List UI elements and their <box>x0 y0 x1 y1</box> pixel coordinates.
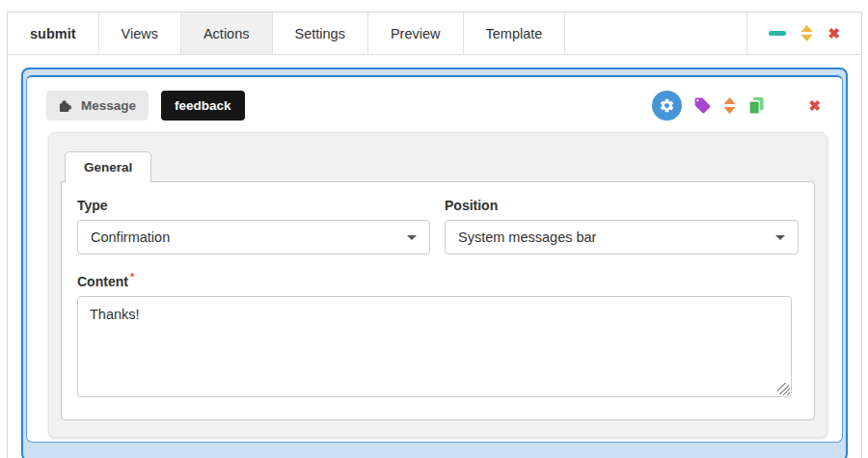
type-select[interactable]: Confirmation <box>77 220 430 255</box>
position-label: Position <box>445 198 799 213</box>
type-field: Type Confirmation <box>77 198 430 255</box>
required-asterisk: * <box>130 271 134 283</box>
reorder-up-down-icon[interactable] <box>800 25 813 41</box>
main-tabbar: submit Views Actions Settings Preview Te… <box>8 13 861 55</box>
content-label: Content* <box>77 271 799 289</box>
gear-icon <box>659 97 675 114</box>
chevron-down-icon <box>407 235 417 240</box>
position-field: Position System messages bar <box>445 198 799 255</box>
type-label: Type <box>77 198 430 213</box>
copy-icon <box>747 96 766 115</box>
form-builder-window: submit Views Actions Settings Preview Te… <box>7 12 862 458</box>
action-panel-header: Message feedback <box>27 77 842 121</box>
type-select-value: Confirmation <box>91 229 170 245</box>
action-toolbar <box>652 91 821 121</box>
duplicate-button[interactable] <box>747 96 766 115</box>
move-button[interactable] <box>723 97 736 114</box>
close-icon[interactable] <box>827 26 840 40</box>
actions-content-area: Message feedback <box>8 55 861 458</box>
content-textarea[interactable]: Thanks! <box>77 296 792 397</box>
settings-gear-button[interactable] <box>652 91 682 121</box>
general-tab-pane: Type Confirmation Position System messag… <box>61 181 815 420</box>
minimize-icon[interactable] <box>769 31 786 36</box>
position-select[interactable]: System messages bar <box>445 220 799 255</box>
selected-element-outline: Message feedback <box>21 67 848 458</box>
content-label-text: Content <box>77 274 128 289</box>
message-action-panel: Message feedback <box>26 75 843 443</box>
up-down-arrows-icon <box>723 97 736 114</box>
type-position-row: Type Confirmation Position System messag… <box>77 198 799 255</box>
tab-general[interactable]: General <box>65 151 151 182</box>
delete-action-icon[interactable] <box>808 98 821 113</box>
tab-preview[interactable]: Preview <box>368 13 464 54</box>
action-name-badge: feedback <box>161 91 245 121</box>
action-type-badge: Message <box>46 91 149 121</box>
content-field: Content* Thanks! <box>77 271 799 397</box>
tab-settings[interactable]: Settings <box>273 13 368 54</box>
tag-button[interactable] <box>693 96 712 115</box>
tag-icon <box>693 96 712 115</box>
puzzle-piece-icon <box>59 98 73 113</box>
chevron-down-icon <box>775 235 785 240</box>
tab-views[interactable]: Views <box>99 13 181 54</box>
position-select-value: System messages bar <box>458 229 596 245</box>
action-settings-card: General Type Confirmation P <box>48 132 827 438</box>
tab-submit[interactable]: submit <box>8 13 99 54</box>
action-type-label: Message <box>81 98 136 113</box>
window-controls <box>746 13 861 54</box>
tab-template[interactable]: Template <box>464 13 566 54</box>
tab-actions[interactable]: Actions <box>181 13 273 54</box>
tabbar-spacer <box>565 13 746 54</box>
